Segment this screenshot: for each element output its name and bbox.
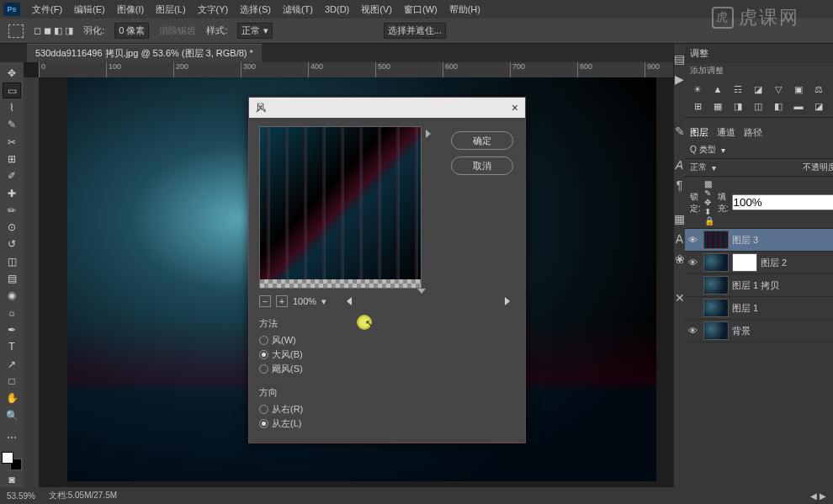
hand-tool[interactable]: ✋	[3, 390, 21, 406]
visibility-icon[interactable]: 👁	[688, 235, 700, 245]
style-select[interactable]: 正常 ▾	[237, 23, 272, 39]
tab-paths[interactable]: 路径	[744, 126, 762, 139]
poster-icon[interactable]: ◫	[751, 100, 766, 112]
type-tool[interactable]: T	[3, 339, 21, 354]
frame-tool[interactable]: ⊞	[3, 151, 21, 167]
visibility-icon[interactable]: 👁	[688, 257, 700, 268]
menu-select[interactable]: 选择(S)	[235, 2, 276, 18]
adjustments-header: 调整	[685, 44, 833, 63]
wand-tool[interactable]: ✎	[3, 117, 21, 132]
cancel-button[interactable]: 取消	[451, 157, 513, 175]
zoom-out-button[interactable]: −	[259, 295, 271, 307]
close-panel-icon[interactable]: ✕	[675, 291, 685, 305]
brush-tool[interactable]: ✏	[3, 203, 21, 218]
color-swatches[interactable]	[2, 452, 22, 470]
path-tool[interactable]: ↗	[3, 356, 21, 371]
edit-toolbar[interactable]: ⋯	[3, 429, 21, 444]
hue-icon[interactable]: ▣	[791, 83, 806, 95]
menu-filter[interactable]: 滤镜(T)	[278, 2, 318, 18]
marquee-icon	[8, 24, 24, 38]
move-tool[interactable]: ✥	[3, 66, 21, 81]
layer-row[interactable]: 👁 背景 🔒	[685, 320, 833, 342]
feather-input[interactable]: 0 像素	[114, 23, 149, 39]
selcolor-icon[interactable]: ◪	[811, 100, 826, 112]
scroll-down-icon[interactable]	[417, 289, 426, 294]
crop-tool[interactable]: ✂	[3, 134, 21, 149]
menu-window[interactable]: 窗口(W)	[399, 2, 443, 18]
zoom-in-button[interactable]: +	[276, 295, 288, 307]
layer-row[interactable]: 图层 1	[685, 297, 833, 320]
dialog-titlebar[interactable]: 风 ×	[249, 98, 525, 118]
scroll-right-icon[interactable]	[505, 297, 510, 305]
lookup-icon[interactable]: ▦	[710, 100, 725, 112]
blur-tool[interactable]: ◉	[3, 288, 21, 303]
add-adjustment-label: 添加调整	[685, 63, 833, 78]
tab-layers[interactable]: 图层	[690, 126, 708, 139]
scroll-up-icon[interactable]	[426, 130, 431, 138]
menu-view[interactable]: 视图(V)	[356, 2, 397, 18]
filter-preview[interactable]	[259, 126, 422, 289]
status-zoom[interactable]: 53.59%	[7, 491, 35, 501]
method-group: 方法 风(W) 大风(B) 飓风(S)	[259, 317, 515, 376]
layer-row[interactable]: 👁 图层 3	[685, 229, 833, 252]
levels-icon[interactable]: ▲	[710, 83, 725, 95]
curves-icon[interactable]: ☶	[730, 83, 745, 95]
radio-from-right[interactable]: 从右(R)	[259, 402, 515, 416]
mixer-icon[interactable]: ⊞	[690, 100, 705, 112]
play-icon[interactable]: ▶	[675, 72, 684, 86]
char-panel-icon[interactable]: A	[676, 158, 683, 172]
lock-icons[interactable]: ▩ ✎ ✥ ⬍ 🔒	[704, 179, 714, 225]
pen-tool[interactable]: ✒	[3, 322, 21, 337]
marquee-tool[interactable]: ▭	[3, 82, 21, 98]
gmap-icon[interactable]: ▬	[791, 100, 806, 112]
exposure-icon[interactable]: ◪	[751, 83, 766, 95]
ok-button[interactable]: 确定	[451, 131, 513, 150]
swatch-icon[interactable]: ❀	[675, 252, 685, 266]
tab-channels[interactable]: 通道	[717, 126, 735, 139]
invert-icon[interactable]: ◨	[730, 100, 745, 112]
fill-input[interactable]	[732, 194, 833, 210]
type-panel-icon[interactable]: A	[676, 232, 683, 246]
menu-image[interactable]: 图像(I)	[112, 2, 149, 18]
close-icon[interactable]: ×	[512, 101, 518, 114]
history-brush-tool[interactable]: ↺	[3, 236, 21, 252]
status-doc-size[interactable]: 文档:5.05M/27.5M	[49, 490, 117, 501]
menu-help[interactable]: 帮助(H)	[444, 2, 485, 18]
stamp-tool[interactable]: ⊙	[3, 220, 21, 235]
visibility-icon[interactable]: 👁	[688, 326, 700, 336]
heal-tool[interactable]: ✚	[3, 185, 21, 200]
radio-from-left[interactable]: 从左(L)	[259, 416, 515, 431]
quickmask-tool[interactable]: ◙	[3, 472, 21, 487]
kind-filter[interactable]: Q 类型	[690, 144, 716, 156]
menu-type[interactable]: 文字(Y)	[193, 2, 234, 18]
thresh-icon[interactable]: ◧	[771, 100, 786, 112]
lasso-tool[interactable]: ⌇	[3, 100, 21, 115]
vibrance-icon[interactable]: ▽	[771, 83, 786, 95]
layer-row[interactable]: 图层 1 拷贝	[685, 274, 833, 297]
gradient-tool[interactable]: ▤	[3, 271, 21, 286]
blend-mode-select[interactable]: 正常	[690, 162, 707, 173]
brush-panel-icon[interactable]: ✎	[675, 125, 685, 138]
menu-layer[interactable]: 图层(L)	[151, 2, 190, 18]
refine-button[interactable]: 选择并遮住...	[384, 23, 446, 39]
history-icon[interactable]: ▤	[674, 52, 685, 66]
eraser-tool[interactable]: ◫	[3, 254, 21, 269]
dodge-tool[interactable]: ☼	[3, 305, 21, 321]
menu-3d[interactable]: 3D(D)	[320, 3, 354, 16]
zoom-tool[interactable]: 🔍	[3, 407, 21, 422]
document-tab[interactable]: 530dda9116496 拷贝.jpg @ 53.6% (图层 3, RGB/…	[27, 44, 262, 62]
eyedropper-tool[interactable]: ✐	[3, 168, 21, 183]
cbal-icon[interactable]: ⚖	[811, 83, 826, 95]
radio-stagger[interactable]: 飓风(S)	[259, 362, 515, 376]
menu-file[interactable]: 文件(F)	[27, 2, 67, 18]
scroll-left-icon[interactable]	[347, 297, 352, 305]
shape-tool[interactable]: □	[3, 374, 21, 389]
radio-wind[interactable]: 风(W)	[259, 333, 515, 347]
brightness-icon[interactable]: ☀	[690, 83, 705, 95]
layers-icon[interactable]: ▦	[674, 212, 685, 225]
menu-edit[interactable]: 编辑(E)	[69, 2, 110, 18]
para-panel-icon[interactable]: ¶	[676, 178, 683, 192]
layer-row[interactable]: 👁 图层 2	[685, 252, 833, 274]
dialog-title: 风	[256, 101, 266, 115]
radio-blast[interactable]: 大风(B)	[259, 347, 515, 362]
